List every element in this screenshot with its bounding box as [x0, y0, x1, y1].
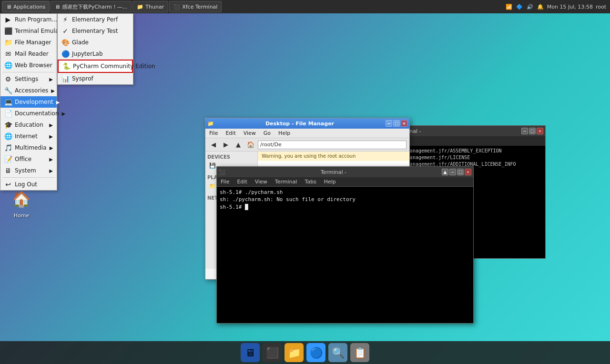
web-browser-icon: 🌐	[4, 61, 12, 69]
run-program-icon: ▶	[4, 16, 12, 23]
dock-search[interactable]: 🔍	[328, 343, 347, 362]
menu-elementary-perf[interactable]: ⚡ Elementary Perf	[58, 14, 133, 25]
front-terminal-body[interactable]: sh-5.1# ./pycharm.sh sh: ./pycharm.sh: N…	[217, 187, 473, 323]
file-manager-max[interactable]: □	[393, 120, 400, 127]
dock-browser[interactable]: 🔵	[306, 343, 325, 362]
desktop-icon-home[interactable]: 🏠 Home	[5, 186, 38, 221]
fm-up-button[interactable]: ▲	[233, 140, 244, 150]
menu-settings[interactable]: ⚙ Settings ▶	[0, 73, 57, 85]
ft-menu-file[interactable]: File	[219, 178, 231, 185]
menu-internet[interactable]: 🌐 Internet ▶	[0, 131, 57, 142]
dock-files[interactable]: 🖥	[241, 343, 260, 362]
fm-device-icon: 💾	[209, 162, 216, 169]
fm-menu-file[interactable]: File	[207, 130, 220, 137]
ft-menu-view[interactable]: View	[253, 178, 269, 185]
bg-terminal-max[interactable]: □	[529, 128, 536, 134]
menu-sysprof[interactable]: 📊 Sysprof	[58, 73, 133, 84]
internet-arrow: ▶	[49, 134, 53, 139]
fm-menu-go[interactable]: Go	[262, 130, 273, 137]
menu-multimedia[interactable]: 🎵 Multimedia ▶	[0, 142, 57, 153]
system-arrow: ▶	[49, 168, 53, 173]
menu-terminal-emulator[interactable]: ⬛ Terminal Emulator	[0, 25, 57, 37]
taskbar-window-chinese[interactable]: 🖥 感谢您下载PyCharm！—...	[51, 1, 132, 12]
menu-office[interactable]: 📝 Office ▶	[0, 153, 57, 165]
terminal-emulator-icon: ⬛	[4, 27, 12, 35]
dock-terminal-icon: ⬛	[266, 347, 279, 359]
menu-file-manager[interactable]: 📁 File Manager	[0, 37, 57, 48]
internet-icon: 🌐	[4, 132, 12, 140]
menu-documentation[interactable]: 📄 Documentation ▶	[0, 108, 57, 119]
volume-icon: 🔊	[526, 3, 534, 10]
education-arrow: ▶	[49, 122, 53, 128]
menu-jupyterlab[interactable]: 🔵 JupyterLab	[58, 48, 133, 60]
front-terminal-title: Terminal -	[321, 169, 346, 175]
menu-accessories[interactable]: 🔧 Accessories ▶	[0, 85, 57, 96]
menu-education[interactable]: 🎓 Education ▶	[0, 119, 57, 131]
multimedia-arrow: ▶	[50, 145, 53, 151]
glade-icon: 🎨	[61, 39, 69, 46]
file-manager-menubar: File Edit View Go Help	[205, 129, 409, 138]
front-terminal-window: ⬛ Terminal - ▲ − □ × File Edit View Term…	[216, 166, 474, 324]
dock-terminal[interactable]: ⬛	[263, 343, 282, 362]
accessories-arrow: ▶	[51, 88, 55, 93]
bg-terminal-min[interactable]: −	[521, 128, 528, 134]
taskbar-window-terminal[interactable]: ⬛ Xfce Terminal	[169, 1, 222, 12]
fm-home-button[interactable]: 🏠	[245, 140, 256, 150]
development-label: Development	[15, 99, 53, 105]
dock-search-icon: 🔍	[332, 347, 345, 359]
logout-icon: ↩	[4, 181, 12, 188]
accessories-label: Accessories	[15, 87, 48, 94]
fm-menu-edit[interactable]: Edit	[224, 130, 237, 137]
menu-mail-reader[interactable]: ✉ Mail Reader	[0, 48, 57, 60]
menu-glade[interactable]: 🎨 Glade	[58, 37, 133, 48]
menu-pycharm[interactable]: 🐍 PyCharm Community Edition	[58, 60, 133, 73]
datetime: Mon 15 Jul, 13:58	[547, 4, 593, 10]
accessories-icon: 🔧	[4, 87, 12, 94]
front-terminal-up[interactable]: ▲	[442, 169, 448, 175]
applications-menu-button[interactable]: 🖥 Applications	[2, 1, 50, 12]
ft-menu-edit[interactable]: Edit	[235, 178, 249, 185]
system-icon: 🖥	[4, 167, 12, 174]
ft-menu-help[interactable]: Help	[322, 178, 338, 185]
dock-browser-icon: 🔵	[310, 347, 323, 359]
file-manager-min[interactable]: −	[386, 120, 392, 127]
terminal-taskbar-label: Xfce Terminal	[182, 4, 217, 10]
menu-development[interactable]: 💻 Development ▶	[0, 96, 57, 108]
menu-logout[interactable]: ↩ Log Out	[0, 179, 57, 190]
documentation-icon: 📄	[4, 110, 12, 117]
fm-forward-button[interactable]: ▶	[221, 140, 231, 150]
menu-web-browser[interactable]: 🌐 Web Browser	[0, 60, 57, 71]
front-terminal-close[interactable]: ×	[465, 169, 471, 175]
top-taskbar: 🖥 Applications 🖥 感谢您下载PyCharm！—... 📁 Thu…	[0, 0, 610, 13]
run-program-label: Run Program...	[15, 16, 57, 23]
office-arrow: ▶	[49, 157, 53, 162]
front-terminal-max[interactable]: □	[457, 169, 464, 175]
menu-elementary-test[interactable]: ✓ Elementary Test	[58, 25, 133, 37]
menu-system[interactable]: 🖥 System ▶	[0, 165, 57, 176]
file-manager-toolbar: ◀ ▶ ▲ 🏠 /root/De	[205, 138, 409, 152]
ft-menu-tabs[interactable]: Tabs	[303, 178, 318, 185]
fm-menu-view[interactable]: View	[242, 130, 258, 137]
application-menu: ▶ Run Program... ⬛ Terminal Emulator 📁 F…	[0, 13, 57, 191]
fm-address-bar[interactable]: /root/De	[258, 141, 407, 149]
sysprof-icon: 📊	[61, 75, 69, 82]
logout-label: Log Out	[15, 181, 37, 188]
ft-menu-terminal[interactable]: Terminal	[273, 178, 299, 185]
elementary-perf-icon: ⚡	[61, 16, 69, 23]
dock-desktop[interactable]: 📋	[350, 343, 369, 362]
front-terminal-min[interactable]: −	[449, 169, 456, 175]
menu-run-program[interactable]: ▶ Run Program...	[0, 14, 57, 25]
file-manager-title: Desktop - File Manager	[214, 121, 386, 127]
documentation-arrow: ▶	[62, 111, 66, 116]
fm-back-button[interactable]: ◀	[208, 140, 219, 150]
dock-filemanager-icon: 📁	[288, 347, 301, 359]
fm-menu-help[interactable]: Help	[276, 130, 292, 137]
file-manager-close[interactable]: ×	[401, 120, 407, 127]
dock-file-manager[interactable]: 📁	[285, 343, 304, 362]
fm-devices-section: DEVICES	[207, 154, 255, 160]
multimedia-icon: 🎵	[4, 144, 12, 152]
elementary-test-label: Elementary Test	[72, 28, 118, 34]
bg-terminal-controls: − □ ×	[521, 128, 543, 134]
taskbar-window-thunar[interactable]: 📁 Thunar	[132, 1, 168, 12]
bg-terminal-close[interactable]: ×	[537, 128, 543, 134]
